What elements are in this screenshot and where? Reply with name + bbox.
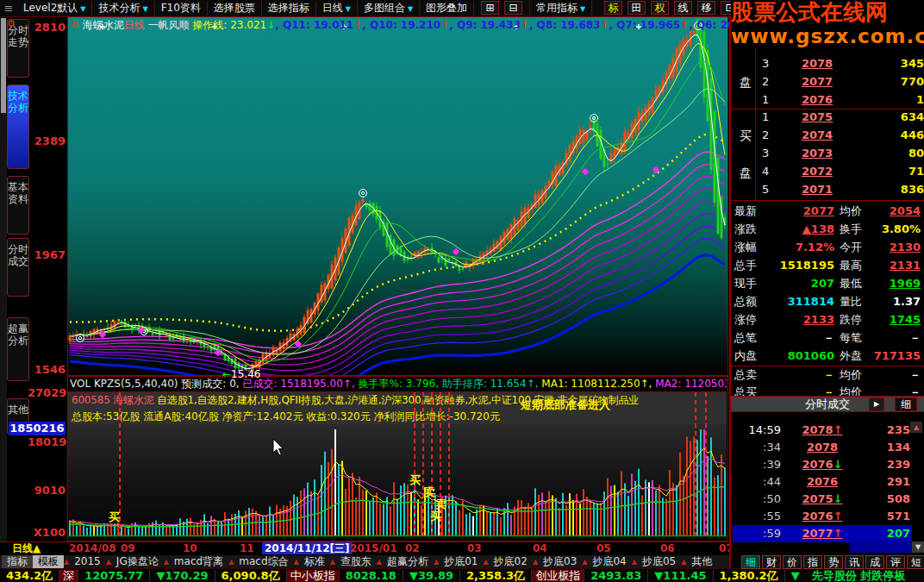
stock-name: 海螺水泥 xyxy=(83,19,124,31)
sidebar-tab-fundamentals[interactable]: 基本资料 xyxy=(7,176,29,235)
tab-template[interactable]: 模板 xyxy=(33,554,64,568)
date-axis[interactable]: 日线▲ 2014/08 09 10 11 2014/11/12[三] 2015/… xyxy=(0,541,729,555)
news-ticker[interactable]: 先导股份 封跌停板 xyxy=(806,570,912,582)
gear-icon[interactable]: ⚙ xyxy=(71,20,79,31)
tab-bottom03[interactable]: 抄底03 xyxy=(538,554,582,568)
stock-app-window: ≡ Level2默认▼ 技术分析▼ F10资料 选择股票 选择指标 日线▼ 多图… xyxy=(0,0,924,582)
volume-readout: 1850216 xyxy=(9,422,66,435)
grid-window-icon[interactable]: ⊞ xyxy=(481,1,499,15)
date-label: 03 xyxy=(467,542,482,554)
tab-jg[interactable]: JG操盘论 xyxy=(111,554,164,568)
buy-row-2[interactable]: 22074446 xyxy=(757,128,924,143)
tab-deals[interactable]: 成 xyxy=(865,555,884,569)
menu-item-overlay[interactable]: 图形叠加 xyxy=(420,1,474,16)
left-scrollbar[interactable] xyxy=(0,16,7,582)
chevron-down-icon: ▼ xyxy=(346,5,351,13)
tab-bottom01[interactable]: 抄底01 xyxy=(439,554,483,568)
tab-other[interactable]: 其他 xyxy=(686,554,717,568)
tab-short[interactable]: 短 xyxy=(907,555,924,569)
tab-detail[interactable]: 细 xyxy=(741,555,760,569)
quote-tab-bar: 细 财 价 指 势 讯 成 评 短 xyxy=(741,555,924,569)
scroll-down-icon[interactable]: ▼ xyxy=(912,541,924,553)
buy-row-1[interactable]: 12075634 xyxy=(757,110,924,125)
stat-row: 总额311814量比1.37 xyxy=(731,295,924,309)
tab-price[interactable]: 价 xyxy=(783,555,802,569)
hamburger-icon[interactable]: ≡ xyxy=(0,2,17,15)
tab-macd-combined[interactable]: macd综合 xyxy=(234,554,293,568)
stock-info-panel: 600585 海螺水泥 自选股1,自选股2,建材,H股,QFII持股,大盘,沪港… xyxy=(68,391,727,424)
index-volume: 6,090.8亿 xyxy=(215,570,287,582)
tile-window-icon[interactable]: ⊟ xyxy=(504,1,522,15)
tab-bottom04[interactable]: 抄底04 xyxy=(587,554,631,568)
tab-news[interactable]: 讯 xyxy=(845,555,864,569)
tab-bottom05[interactable]: 抄底05 xyxy=(637,554,681,568)
stat-row: 涨停2133跌停1745 xyxy=(731,313,924,327)
tick-row[interactable]: :442076291 xyxy=(733,473,912,491)
stat-row: 总卖－均价－ xyxy=(731,368,924,382)
buy-row-3[interactable]: 3207380 xyxy=(757,146,924,161)
index-label-chinext[interactable]: 创业板指 xyxy=(532,570,584,582)
sidebar-tab-win-analysis[interactable]: 超赢分析 xyxy=(7,317,29,381)
tab-index[interactable]: 指 xyxy=(803,555,822,569)
date-label: 2014/08 xyxy=(69,542,116,554)
index-label-sme[interactable]: 中小板指 xyxy=(287,570,340,582)
sidebar-tab-tick-trades[interactable]: 分时成交 xyxy=(7,238,29,297)
rights-button[interactable]: 权 xyxy=(651,1,669,15)
volume-tick: 9010 xyxy=(28,484,66,497)
q-value: , Q11: 19.011 xyxy=(275,19,353,31)
tick-row-selected[interactable]: :592077↑207 xyxy=(733,525,912,542)
tab-2015[interactable]: 2015 xyxy=(69,554,106,568)
index-label-shenzhen[interactable]: 深 xyxy=(59,570,78,582)
index-change: ▼39.89 xyxy=(403,570,460,582)
tick-row[interactable]: :342078134 xyxy=(733,439,912,456)
tab-shareholders[interactable]: 查股东 xyxy=(335,554,377,568)
mark-button[interactable]: 标 xyxy=(604,1,622,15)
menu-item-level2[interactable]: Level2默认▼ xyxy=(17,1,92,16)
tab-trend[interactable]: 势 xyxy=(824,555,843,569)
scroll-up-icon[interactable]: ▲ xyxy=(910,422,922,433)
sell-row-1[interactable]: 120761 xyxy=(757,92,924,108)
grid-button[interactable]: 田 xyxy=(627,1,646,15)
tab-indicator[interactable]: 指标 xyxy=(2,554,33,568)
menu-item-select-stock[interactable]: 选择股票 xyxy=(208,1,262,16)
expand-arrow-icon[interactable]: ▶ xyxy=(869,397,884,411)
q-value: , Q7: 19.965 xyxy=(609,19,681,31)
buy-row-5[interactable]: 52071836 xyxy=(757,182,924,197)
date-label: 10 xyxy=(183,542,197,554)
detail-button[interactable]: 细 xyxy=(895,397,917,411)
menu-item-multi-chart[interactable]: 多图组合▼ xyxy=(358,1,420,16)
sidebar-tab-tech-analysis[interactable]: 技术分析 xyxy=(7,84,29,169)
index-change: ▼170.29 xyxy=(150,570,215,582)
date-label: 2015/01 xyxy=(350,542,396,554)
scrollbar-thumb[interactable] xyxy=(1,18,6,113)
gear-icon[interactable]: ⚙ xyxy=(7,18,16,29)
tick-row[interactable]: :392076↓239 xyxy=(733,456,912,473)
sell-row-3[interactable]: 32078345 xyxy=(757,56,924,72)
sell-row-2[interactable]: 22077770 xyxy=(757,74,924,90)
menu-item-select-indicator[interactable]: 选择指标 xyxy=(262,1,316,16)
menu-item-period[interactable]: 日线▼ xyxy=(316,1,358,16)
tick-row[interactable]: 14:592078↑235 xyxy=(733,422,912,439)
period-indicator[interactable]: 日线▲ xyxy=(12,542,41,554)
volume-header: VOL KPZS(5,5,40,40) 预测成交: 0, 已成交: 151819… xyxy=(70,378,727,391)
watermark-url: www.gszx.com.cn xyxy=(731,25,924,47)
move-button[interactable]: 移 xyxy=(697,1,715,15)
tab-review[interactable]: 评 xyxy=(886,555,905,569)
tab-win-analysis[interactable]: 超赢分析 xyxy=(382,554,434,568)
selected-date-label: 2014/11/12[三] xyxy=(262,542,353,554)
tab-finance[interactable]: 财 xyxy=(762,555,781,569)
quote-panel: 卖 盘 买 盘 32078345 22077770 120761 1207563… xyxy=(729,16,924,568)
tab-standard[interactable]: 标准 xyxy=(299,554,330,568)
line-button[interactable]: 线 xyxy=(674,1,692,15)
menu-item-tech-analysis[interactable]: 技术分析▼ xyxy=(92,1,154,16)
tick-row[interactable]: :502075↓508 xyxy=(733,491,912,508)
date-label: 04 xyxy=(533,542,547,554)
scroll-track[interactable] xyxy=(850,541,912,553)
buy-row-4[interactable]: 4207271 xyxy=(757,164,924,179)
menu-item-common-indicators[interactable]: 常用指标▼ xyxy=(530,1,592,16)
tick-row[interactable]: :552076↑571 xyxy=(733,508,912,525)
menu-item-f10[interactable]: F10资料 xyxy=(155,1,208,16)
tab-bottom02[interactable]: 抄底02 xyxy=(489,554,533,568)
tab-macd-divergence[interactable]: macd背离 xyxy=(169,554,228,568)
volume-chart[interactable] xyxy=(68,424,727,539)
